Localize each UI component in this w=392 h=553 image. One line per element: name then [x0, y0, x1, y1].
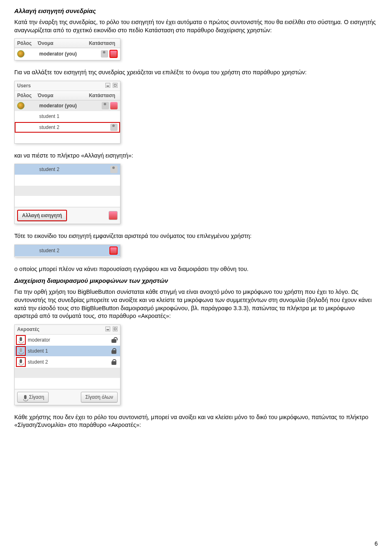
header-name: Όνομα	[38, 40, 85, 46]
panel-footer: Σίγαση Σίγαση όλων	[15, 389, 120, 405]
empty-row	[15, 133, 120, 143]
user-name: student 2	[38, 124, 93, 130]
table-header: Ρόλος Όνομα Κατάσταση	[15, 91, 120, 100]
empty-row	[15, 175, 120, 186]
mic-icon[interactable]	[17, 336, 24, 344]
maximize-icon[interactable]	[113, 83, 118, 88]
empty-row	[15, 186, 120, 196]
section-title-mic-management: Διαχείριση διαμοιρασμού μικροφώνων των χ…	[14, 277, 378, 284]
panel-footer: Αλλαγή εισηγητή	[15, 207, 120, 224]
selected-user-row-panel: student 2	[14, 244, 120, 257]
change-presenter-button[interactable]: Αλλαγή εισηγητή	[17, 210, 67, 221]
presenter-icon	[110, 102, 118, 109]
listener-row[interactable]: student 2	[15, 357, 120, 368]
admin-icon	[17, 50, 24, 58]
listener-name: moderator	[24, 337, 93, 343]
header-status: Κατάσταση	[85, 40, 118, 46]
header-status: Κατάσταση	[85, 93, 118, 98]
header-role: Ρόλος	[17, 40, 38, 46]
table-row[interactable]: student 1	[15, 111, 120, 122]
person-icon	[110, 124, 118, 131]
listener-row[interactable]: student 1	[15, 346, 120, 357]
lock-icon[interactable]	[110, 358, 118, 366]
user-name: student 2	[38, 248, 93, 253]
header-name: Όνομα	[38, 93, 85, 98]
listeners-panel: Ακροατές moderator student 1 student 2 Σ…	[14, 324, 120, 405]
user-name: student 2	[38, 167, 93, 172]
admin-icon	[17, 102, 24, 109]
empty-row	[15, 196, 120, 207]
minimize-icon[interactable]	[105, 326, 110, 331]
presenter-icon[interactable]	[109, 211, 118, 220]
lock-icon[interactable]	[110, 347, 118, 355]
users-panel-simple: Ρόλος Όνομα Κατάσταση moderator (you)	[14, 38, 120, 60]
person-icon	[101, 50, 108, 58]
table-row[interactable]: moderator (you)	[15, 100, 120, 111]
user-name: student 1	[38, 113, 93, 119]
paragraph: και να πιέστε το πλήκτρο «Αλλαγή εισηγητ…	[14, 152, 378, 160]
panel-title-bar: Users	[15, 81, 120, 91]
header-role: Ρόλος	[17, 93, 38, 98]
mic-icon[interactable]	[17, 358, 24, 366]
change-presenter-panel: student 2 Αλλαγή εισηγητή	[14, 164, 120, 224]
empty-row	[15, 378, 120, 389]
table-row[interactable]: moderator (you)	[15, 48, 120, 60]
mute-button[interactable]: Σίγαση	[17, 392, 49, 402]
section-title-change-presenter: Αλλαγή εισηγητή συνεδρίας	[14, 7, 378, 14]
mute-button-label: Σίγαση	[29, 394, 44, 400]
listener-row[interactable]: moderator	[15, 335, 120, 346]
user-name: moderator (you)	[38, 103, 93, 109]
users-panel-full: Users Ρόλος Όνομα Κατάσταση moderator (y…	[14, 81, 120, 144]
person-icon	[102, 102, 109, 109]
presenter-icon	[109, 247, 118, 255]
presenter-icon	[109, 50, 118, 58]
table-row-selected[interactable]: student 2	[15, 164, 120, 175]
mute-all-button[interactable]: Σίγαση όλων	[81, 392, 118, 402]
lock-open-icon[interactable]	[110, 336, 118, 344]
paragraph: Κατά την έναρξη της συνεδρίας, το ρόλο τ…	[14, 18, 378, 34]
empty-row	[15, 368, 120, 378]
paragraph: Για την ορθή χρήση του BigBlueButton συν…	[14, 288, 378, 320]
mic-muted-icon[interactable]	[17, 347, 24, 355]
paragraph: Τότε το εικονίδιο του εισηγητή εμφανίζετ…	[14, 232, 378, 240]
table-header: Ρόλος Όνομα Κατάσταση	[15, 39, 120, 48]
paragraph: Κάθε χρήστης που δεν έχει το ρόλο του συ…	[14, 413, 378, 429]
minimize-icon[interactable]	[105, 83, 110, 88]
paragraph: ο οποίος μπορεί πλέον να κάνει παρουσίασ…	[14, 265, 378, 273]
listener-name: student 2	[24, 359, 93, 365]
panel-title: Users	[17, 83, 31, 89]
paragraph: Για να αλλάξτε τον εισηγητή της συνεδρία…	[14, 69, 378, 77]
mic-icon	[22, 394, 27, 400]
panel-title-bar: Ακροατές	[15, 325, 120, 335]
user-name: moderator (you)	[38, 51, 93, 57]
table-row[interactable]: student 2	[15, 245, 120, 257]
panel-title: Ακροατές	[17, 326, 40, 332]
table-row-selected[interactable]: student 2	[15, 122, 120, 133]
page-number: 6	[374, 540, 378, 547]
maximize-icon[interactable]	[113, 326, 118, 331]
listener-name: student 1	[24, 348, 93, 354]
person-icon	[110, 166, 118, 173]
